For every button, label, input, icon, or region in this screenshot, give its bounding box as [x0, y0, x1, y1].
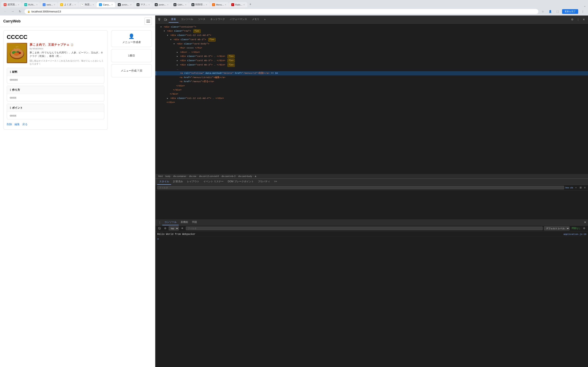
element-line-col4[interactable]: ▶ <div class="col-12 col-md-4"> … </div> [156, 96, 588, 100]
element-line-close-row[interactable]: </div> [156, 100, 588, 104]
tab-elements[interactable]: 要素 [169, 16, 178, 23]
tab-performance[interactable]: パフォーマンス [227, 16, 250, 23]
console-source-link[interactable]: application.js:18 [563, 233, 586, 235]
more-menu-button[interactable]: ⋮ [580, 8, 586, 14]
tab-close-4[interactable]: × [75, 3, 76, 6]
element-line-edit-link[interactable]: <a href="/menus/13/edit">編集</a> [156, 75, 588, 80]
element-line-back-link[interactable]: <a href="/menus">戻る</a> [156, 80, 588, 83]
profile-button[interactable]: 👤 [547, 8, 553, 14]
breadcrumb-col-md-8[interactable]: div.col-12.col-md-8 [198, 175, 220, 178]
tab-jsmin2[interactable]: ◉ jsmin... × [152, 2, 171, 7]
tab-jsmin1[interactable]: ◉ jsmin... × [115, 2, 134, 7]
device-mode-button[interactable] [163, 17, 168, 22]
tab-console[interactable]: コンソール [178, 16, 196, 23]
styles-tab-more[interactable]: >> [272, 179, 279, 184]
styles-tab-props[interactable]: プロパティ [256, 179, 272, 185]
console-prompt[interactable]: > [157, 236, 586, 242]
element-line-close-cardmb3[interactable]: </div> [156, 88, 588, 92]
tab-menu[interactable]: M Menu... × [210, 2, 229, 7]
tab-more[interactable]: » [262, 17, 268, 22]
console-more-button[interactable]: ⋮ [157, 220, 162, 225]
tab-carry[interactable]: C Carry... × [96, 2, 115, 7]
address-bar[interactable]: 🔒 localhost:3000/menus/13 [25, 9, 538, 14]
element-line-8[interactable]: ▶ <div class="card mb-3"> … </div> flex [156, 54, 588, 58]
tab-close-2[interactable]: × [36, 3, 38, 6]
console-tab-new-features[interactable]: 新機能 [179, 219, 190, 225]
tab-close-8[interactable]: × [148, 3, 150, 6]
hov-cls-button[interactable]: :hov .cls [565, 186, 573, 189]
console-settings-button2[interactable]: ⚙ [163, 226, 167, 231]
tab-close-9[interactable]: × [167, 3, 168, 6]
tab-sources[interactable]: ソース [196, 16, 208, 23]
eye-button[interactable]: 👁 [180, 226, 185, 231]
console-gear-button[interactable]: ⚙ [582, 226, 586, 231]
back-link[interactable]: 戻る [22, 123, 27, 126]
bookmark-button[interactable]: ☆ [540, 8, 546, 14]
element-line-5[interactable]: ▼ <div class="card-body"> [156, 42, 588, 46]
element-line-3[interactable]: ▼ <div class="col-12 col-md-8"> [156, 33, 588, 37]
element-line-4[interactable]: ▼ <div class="card mb-3"> flex [156, 38, 588, 42]
breadcrumb-body[interactable]: body [164, 175, 172, 178]
reload-button[interactable]: ↻ [17, 8, 23, 14]
tab-close-13[interactable]: × [243, 3, 245, 6]
hamburger-button[interactable] [145, 17, 152, 25]
element-line-10[interactable]: ▶ <div class="card mb-3"> … </div> flex [156, 63, 588, 67]
tab-github2[interactable]: ◉ GitH... × [171, 2, 189, 7]
new-style-rule-button[interactable]: ⊞ [579, 186, 582, 189]
tab-close-12[interactable]: × [225, 3, 226, 6]
breadcrumb-html[interactable]: html [157, 175, 164, 178]
console-tab-issues[interactable]: 問題 [190, 219, 199, 225]
styles-tab-events[interactable]: イベント リスナー [201, 179, 226, 185]
element-line-6[interactable]: <h1> ccccc </h1> [156, 46, 588, 50]
element-line-close-cardbody[interactable]: </div> [156, 84, 588, 88]
element-line-selected[interactable]: <a rel="nofollow" data-method="delete" h… [156, 71, 588, 75]
devtools-more-button[interactable]: ⋮ [575, 17, 581, 22]
element-line-close-col[interactable]: </div> [156, 92, 588, 96]
delete-link[interactable]: 削除 [7, 123, 12, 126]
console-filter-input[interactable] [186, 226, 543, 230]
styles-tab-style[interactable]: スタイル [157, 179, 171, 185]
tab-sakujo[interactable]: ◉ 削除彩... × [189, 2, 209, 7]
tab-list-button[interactable]: ⌄ [584, 4, 587, 7]
computed-style-button[interactable]: ≡ [583, 186, 586, 189]
breadcrumb-row[interactable]: div.row [188, 175, 198, 178]
tab-close-6[interactable]: × [112, 3, 113, 6]
edit-link[interactable]: 編集 [15, 123, 20, 126]
tab-close-5[interactable]: × [93, 3, 94, 6]
tab-close-3[interactable]: × [54, 3, 55, 6]
tab-yokuge[interactable]: ★ よくぎ... × [58, 2, 78, 7]
back-button[interactable]: ← [2, 8, 8, 14]
forward-button[interactable]: → [10, 8, 16, 14]
tab-close-10[interactable]: × [185, 3, 186, 6]
breadcrumb-card-body[interactable]: div.card-body [237, 175, 253, 178]
update-complete-button[interactable]: 更新を完了 [562, 9, 578, 14]
element-line-ellipsis[interactable]: … [156, 67, 588, 71]
tab-web[interactable]: w web... × [40, 2, 58, 7]
console-clear-button[interactable] [157, 226, 162, 231]
styles-filter-input[interactable] [157, 186, 564, 189]
extensions-button[interactable]: ⬚ [555, 8, 561, 14]
add-style-button[interactable]: ＋ [574, 185, 578, 190]
console-tab-console[interactable]: コンソール [162, 219, 179, 225]
tab-github1[interactable]: ◉ マス... × [134, 2, 152, 7]
element-line-7[interactable]: ▶ <div> … </div> [156, 50, 588, 54]
styles-tab-computed[interactable]: 計算済み [171, 179, 185, 185]
devtools-close-button[interactable]: ✕ [581, 17, 586, 22]
tab-close-11[interactable]: × [206, 3, 207, 6]
tab-memory[interactable]: メモリ [250, 16, 262, 23]
styles-tab-dom-bp[interactable]: DOM ブレークポイント [226, 179, 256, 185]
tab-rails[interactable]: R Rails... × [229, 2, 247, 7]
context-selector[interactable]: top [169, 226, 179, 230]
styles-tab-layout[interactable]: レイアウト [185, 179, 201, 185]
level-selector[interactable]: デフォルト レベル [544, 226, 570, 230]
devtools-settings-button[interactable]: ⚙ [570, 17, 575, 22]
element-line-1[interactable]: ▼ <div class="container"> [156, 25, 588, 29]
inspect-element-button[interactable] [157, 17, 163, 22]
tab-run[interactable]: RN RUN... × [22, 2, 40, 7]
tab-mutai[interactable]: ✎ 無題... × [78, 2, 96, 7]
tab-close-7[interactable]: × [130, 3, 131, 6]
breadcrumb-a[interactable]: a [254, 175, 257, 178]
new-tab-button[interactable]: + [247, 1, 253, 7]
breadcrumb-container[interactable]: div.container [172, 175, 187, 178]
console-close-button[interactable]: ✕ [584, 221, 586, 224]
